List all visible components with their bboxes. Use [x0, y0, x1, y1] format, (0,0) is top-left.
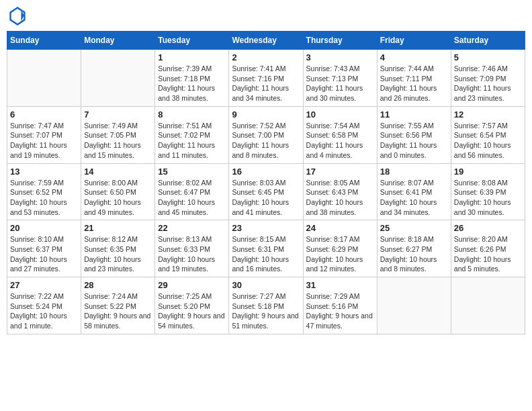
calendar-cell: 3Sunrise: 7:43 AM Sunset: 7:13 PM Daylig… — [303, 50, 377, 107]
page-header — [7, 7, 525, 26]
calendar-cell: 30Sunrise: 7:27 AM Sunset: 5:18 PM Dayli… — [229, 277, 303, 334]
calendar-cell: 29Sunrise: 7:25 AM Sunset: 5:20 PM Dayli… — [155, 277, 229, 334]
logo — [9, 7, 28, 26]
day-number: 4 — [380, 52, 448, 62]
day-number: 20 — [10, 223, 78, 233]
day-number: 31 — [306, 280, 374, 290]
day-info: Sunrise: 7:22 AM Sunset: 5:24 PM Dayligh… — [10, 291, 78, 331]
calendar-cell: 12Sunrise: 7:57 AM Sunset: 6:54 PM Dayli… — [451, 106, 525, 163]
day-info: Sunrise: 7:54 AM Sunset: 6:58 PM Dayligh… — [306, 121, 374, 161]
calendar-cell — [7, 50, 81, 107]
day-number: 12 — [454, 109, 522, 120]
day-info: Sunrise: 7:49 AM Sunset: 7:05 PM Dayligh… — [84, 121, 152, 161]
calendar-cell: 23Sunrise: 8:15 AM Sunset: 6:31 PM Dayli… — [229, 220, 303, 277]
day-info: Sunrise: 8:08 AM Sunset: 6:39 PM Dayligh… — [454, 178, 522, 218]
day-info: Sunrise: 7:55 AM Sunset: 6:56 PM Dayligh… — [380, 121, 448, 161]
calendar-cell: 11Sunrise: 7:55 AM Sunset: 6:56 PM Dayli… — [377, 106, 451, 163]
day-number: 10 — [306, 109, 374, 120]
day-info: Sunrise: 7:43 AM Sunset: 7:13 PM Dayligh… — [306, 64, 374, 103]
weekday-header-monday: Monday — [81, 32, 155, 50]
day-number: 18 — [380, 167, 448, 177]
day-info: Sunrise: 7:44 AM Sunset: 7:11 PM Dayligh… — [380, 64, 448, 103]
day-number: 26 — [454, 223, 522, 233]
day-number: 11 — [380, 109, 448, 120]
calendar-cell: 18Sunrise: 8:07 AM Sunset: 6:41 PM Dayli… — [377, 163, 451, 220]
calendar-cell — [451, 277, 525, 334]
day-info: Sunrise: 7:46 AM Sunset: 7:09 PM Dayligh… — [454, 64, 522, 103]
weekday-header-tuesday: Tuesday — [155, 32, 229, 50]
day-number: 21 — [84, 223, 152, 233]
weekday-header-wednesday: Wednesday — [229, 32, 303, 50]
day-info: Sunrise: 7:51 AM Sunset: 7:02 PM Dayligh… — [158, 121, 226, 161]
calendar-week-row: 20Sunrise: 8:10 AM Sunset: 6:37 PM Dayli… — [7, 220, 525, 277]
day-number: 15 — [158, 167, 226, 177]
day-number: 8 — [158, 109, 226, 120]
calendar-week-row: 1Sunrise: 7:39 AM Sunset: 7:18 PM Daylig… — [7, 50, 525, 107]
calendar-week-row: 6Sunrise: 7:47 AM Sunset: 7:07 PM Daylig… — [7, 106, 525, 163]
day-info: Sunrise: 7:41 AM Sunset: 7:16 PM Dayligh… — [232, 64, 300, 103]
calendar-cell: 20Sunrise: 8:10 AM Sunset: 6:37 PM Dayli… — [7, 220, 81, 277]
day-number: 16 — [232, 167, 300, 177]
calendar-cell: 19Sunrise: 8:08 AM Sunset: 6:39 PM Dayli… — [451, 163, 525, 220]
calendar-cell — [81, 50, 155, 107]
weekday-header-row: SundayMondayTuesdayWednesdayThursdayFrid… — [7, 32, 525, 50]
day-info: Sunrise: 7:59 AM Sunset: 6:52 PM Dayligh… — [10, 178, 78, 218]
weekday-header-friday: Friday — [377, 32, 451, 50]
day-number: 7 — [84, 109, 152, 120]
day-info: Sunrise: 8:18 AM Sunset: 6:27 PM Dayligh… — [380, 234, 448, 274]
weekday-header-thursday: Thursday — [303, 32, 377, 50]
day-info: Sunrise: 7:25 AM Sunset: 5:20 PM Dayligh… — [158, 291, 226, 331]
day-number: 28 — [84, 280, 152, 290]
calendar-cell: 24Sunrise: 8:17 AM Sunset: 6:29 PM Dayli… — [303, 220, 377, 277]
day-info: Sunrise: 8:12 AM Sunset: 6:35 PM Dayligh… — [84, 234, 152, 274]
calendar-table: SundayMondayTuesdayWednesdayThursdayFrid… — [7, 31, 525, 334]
day-number: 24 — [306, 223, 374, 233]
day-number: 5 — [454, 52, 522, 62]
day-info: Sunrise: 8:07 AM Sunset: 6:41 PM Dayligh… — [380, 178, 448, 218]
calendar-cell: 1Sunrise: 7:39 AM Sunset: 7:18 PM Daylig… — [155, 50, 229, 107]
calendar-week-row: 13Sunrise: 7:59 AM Sunset: 6:52 PM Dayli… — [7, 163, 525, 220]
calendar-cell: 14Sunrise: 8:00 AM Sunset: 6:50 PM Dayli… — [81, 163, 155, 220]
calendar-cell: 21Sunrise: 8:12 AM Sunset: 6:35 PM Dayli… — [81, 220, 155, 277]
day-number: 2 — [232, 52, 300, 62]
calendar-cell: 25Sunrise: 8:18 AM Sunset: 6:27 PM Dayli… — [377, 220, 451, 277]
calendar-cell: 2Sunrise: 7:41 AM Sunset: 7:16 PM Daylig… — [229, 50, 303, 107]
day-number: 14 — [84, 167, 152, 177]
day-number: 23 — [232, 223, 300, 233]
day-info: Sunrise: 7:39 AM Sunset: 7:18 PM Dayligh… — [158, 64, 226, 103]
weekday-header-saturday: Saturday — [451, 32, 525, 50]
day-number: 30 — [232, 280, 300, 290]
day-number: 17 — [306, 167, 374, 177]
day-number: 6 — [10, 109, 78, 120]
day-number: 3 — [306, 52, 374, 62]
calendar-cell: 27Sunrise: 7:22 AM Sunset: 5:24 PM Dayli… — [7, 277, 81, 334]
calendar-cell: 17Sunrise: 8:05 AM Sunset: 6:43 PM Dayli… — [303, 163, 377, 220]
day-info: Sunrise: 8:00 AM Sunset: 6:50 PM Dayligh… — [84, 178, 152, 218]
day-info: Sunrise: 8:03 AM Sunset: 6:45 PM Dayligh… — [232, 178, 300, 218]
calendar-cell: 6Sunrise: 7:47 AM Sunset: 7:07 PM Daylig… — [7, 106, 81, 163]
day-info: Sunrise: 8:17 AM Sunset: 6:29 PM Dayligh… — [306, 234, 374, 274]
calendar-cell: 8Sunrise: 7:51 AM Sunset: 7:02 PM Daylig… — [155, 106, 229, 163]
day-number: 9 — [232, 109, 300, 120]
day-info: Sunrise: 7:29 AM Sunset: 5:16 PM Dayligh… — [306, 291, 374, 331]
day-info: Sunrise: 7:24 AM Sunset: 5:22 PM Dayligh… — [84, 291, 152, 331]
calendar-cell: 31Sunrise: 7:29 AM Sunset: 5:16 PM Dayli… — [303, 277, 377, 334]
day-number: 27 — [10, 280, 78, 290]
logo-icon — [9, 7, 26, 26]
day-info: Sunrise: 7:57 AM Sunset: 6:54 PM Dayligh… — [454, 121, 522, 161]
calendar-cell: 13Sunrise: 7:59 AM Sunset: 6:52 PM Dayli… — [7, 163, 81, 220]
day-number: 25 — [380, 223, 448, 233]
day-number: 1 — [158, 52, 226, 62]
calendar-cell: 5Sunrise: 7:46 AM Sunset: 7:09 PM Daylig… — [451, 50, 525, 107]
calendar-cell: 28Sunrise: 7:24 AM Sunset: 5:22 PM Dayli… — [81, 277, 155, 334]
calendar-cell: 10Sunrise: 7:54 AM Sunset: 6:58 PM Dayli… — [303, 106, 377, 163]
calendar-cell: 26Sunrise: 8:20 AM Sunset: 6:26 PM Dayli… — [451, 220, 525, 277]
day-info: Sunrise: 8:02 AM Sunset: 6:47 PM Dayligh… — [158, 178, 226, 218]
calendar-cell: 15Sunrise: 8:02 AM Sunset: 6:47 PM Dayli… — [155, 163, 229, 220]
day-info: Sunrise: 8:10 AM Sunset: 6:37 PM Dayligh… — [10, 234, 78, 274]
day-number: 22 — [158, 223, 226, 233]
calendar-week-row: 27Sunrise: 7:22 AM Sunset: 5:24 PM Dayli… — [7, 277, 525, 334]
day-number: 29 — [158, 280, 226, 290]
calendar-cell: 22Sunrise: 8:13 AM Sunset: 6:33 PM Dayli… — [155, 220, 229, 277]
day-info: Sunrise: 7:47 AM Sunset: 7:07 PM Dayligh… — [10, 121, 78, 161]
